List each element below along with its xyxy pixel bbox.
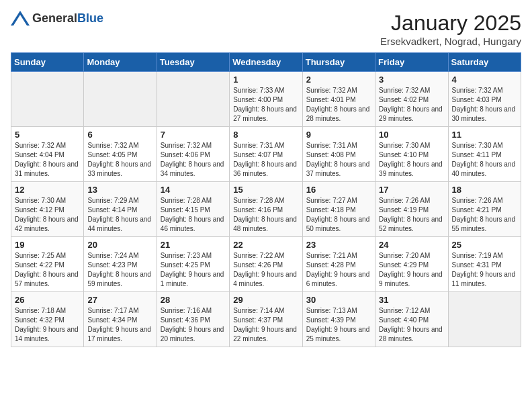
sunrise-text: Sunrise: 7:27 AM <box>306 197 357 204</box>
daylight-text: Daylight: 9 hours and 22 minutes. <box>233 326 297 342</box>
daylight-text: Daylight: 8 hours and 29 minutes. <box>379 105 443 122</box>
day-info: Sunrise: 7:22 AM Sunset: 4:26 PM Dayligh… <box>233 251 298 289</box>
sunrise-text: Sunrise: 7:16 AM <box>161 307 212 314</box>
daylight-text: Daylight: 9 hours and 25 minutes. <box>306 326 370 342</box>
daylight-text: Daylight: 8 hours and 50 minutes. <box>306 216 370 232</box>
calendar-cell: 11 Sunrise: 7:30 AM Sunset: 4:11 PM Dayl… <box>448 127 521 182</box>
calendar-cell: 25 Sunrise: 7:19 AM Sunset: 4:31 PM Dayl… <box>448 237 521 292</box>
calendar-cell: 14 Sunrise: 7:28 AM Sunset: 4:15 PM Dayl… <box>157 182 229 237</box>
daylight-text: Daylight: 9 hours and 1 minute. <box>161 271 224 287</box>
day-number: 20 <box>87 240 152 250</box>
sunrise-text: Sunrise: 7:32 AM <box>161 142 212 149</box>
sunset-text: Sunset: 4:28 PM <box>306 261 356 269</box>
calendar-cell <box>157 72 229 127</box>
day-info: Sunrise: 7:13 AM Sunset: 4:39 PM Dayligh… <box>306 306 371 344</box>
day-number: 6 <box>87 130 152 140</box>
weekday-header-row: SundayMondayTuesdayWednesdayThursdayFrid… <box>11 53 521 72</box>
weekday-header-monday: Monday <box>84 53 157 72</box>
calendar-cell: 26 Sunrise: 7:18 AM Sunset: 4:32 PM Dayl… <box>11 292 84 347</box>
sunset-text: Sunset: 4:04 PM <box>15 151 64 158</box>
sunset-text: Sunset: 4:15 PM <box>161 206 210 214</box>
sunset-text: Sunset: 4:34 PM <box>87 316 137 324</box>
calendar-cell: 8 Sunrise: 7:31 AM Sunset: 4:07 PM Dayli… <box>230 127 302 182</box>
sunset-text: Sunset: 4:10 PM <box>379 151 429 158</box>
calendar-week-row: 1 Sunrise: 7:33 AM Sunset: 4:00 PM Dayli… <box>11 72 521 127</box>
daylight-text: Daylight: 8 hours and 52 minutes. <box>379 216 443 232</box>
day-number: 22 <box>233 240 298 250</box>
day-number: 14 <box>161 185 226 195</box>
calendar-cell: 12 Sunrise: 7:30 AM Sunset: 4:12 PM Dayl… <box>11 182 84 237</box>
sunrise-text: Sunrise: 7:30 AM <box>15 197 66 204</box>
day-info: Sunrise: 7:32 AM Sunset: 4:02 PM Dayligh… <box>379 86 444 124</box>
sunset-text: Sunset: 4:16 PM <box>233 206 283 214</box>
weekday-header-thursday: Thursday <box>302 53 375 72</box>
day-info: Sunrise: 7:14 AM Sunset: 4:37 PM Dayligh… <box>233 306 298 344</box>
sunrise-text: Sunrise: 7:19 AM <box>452 252 503 259</box>
calendar-cell: 24 Sunrise: 7:20 AM Sunset: 4:29 PM Dayl… <box>375 237 448 292</box>
daylight-text: Daylight: 9 hours and 4 minutes. <box>233 271 297 287</box>
day-info: Sunrise: 7:32 AM Sunset: 4:03 PM Dayligh… <box>452 86 517 124</box>
calendar-cell: 6 Sunrise: 7:32 AM Sunset: 4:05 PM Dayli… <box>84 127 157 182</box>
sunset-text: Sunset: 4:21 PM <box>452 206 502 214</box>
day-info: Sunrise: 7:18 AM Sunset: 4:32 PM Dayligh… <box>15 306 80 344</box>
day-number: 7 <box>161 130 226 140</box>
calendar-cell: 15 Sunrise: 7:28 AM Sunset: 4:16 PM Dayl… <box>230 182 302 237</box>
sunset-text: Sunset: 4:32 PM <box>15 316 64 324</box>
sunrise-text: Sunrise: 7:32 AM <box>87 142 138 149</box>
daylight-text: Daylight: 8 hours and 57 minutes. <box>15 271 79 287</box>
calendar-cell <box>84 72 157 127</box>
day-number: 8 <box>233 130 298 140</box>
sunset-text: Sunset: 4:37 PM <box>233 316 283 324</box>
title-block: January 2025 Ersekvadkert, Nograd, Hunga… <box>380 11 521 47</box>
sunrise-text: Sunrise: 7:33 AM <box>233 87 284 94</box>
day-number: 13 <box>87 185 152 195</box>
calendar-week-row: 5 Sunrise: 7:32 AM Sunset: 4:04 PM Dayli… <box>11 127 521 182</box>
sunrise-text: Sunrise: 7:31 AM <box>233 142 284 149</box>
sunrise-text: Sunrise: 7:20 AM <box>379 252 430 259</box>
day-number: 21 <box>161 240 226 250</box>
day-info: Sunrise: 7:25 AM Sunset: 4:22 PM Dayligh… <box>15 251 80 289</box>
daylight-text: Daylight: 8 hours and 37 minutes. <box>306 161 370 177</box>
page-header: GeneralBlue January 2025 Ersekvadkert, N… <box>11 11 521 47</box>
day-info: Sunrise: 7:19 AM Sunset: 4:31 PM Dayligh… <box>452 251 517 289</box>
day-info: Sunrise: 7:16 AM Sunset: 4:36 PM Dayligh… <box>161 306 226 344</box>
daylight-text: Daylight: 8 hours and 39 minutes. <box>379 161 443 177</box>
day-number: 31 <box>379 295 444 305</box>
day-number: 4 <box>452 75 517 85</box>
day-number: 9 <box>306 130 371 140</box>
calendar-cell: 19 Sunrise: 7:25 AM Sunset: 4:22 PM Dayl… <box>11 237 84 292</box>
day-number: 17 <box>379 185 444 195</box>
daylight-text: Daylight: 9 hours and 9 minutes. <box>379 271 443 287</box>
day-number: 18 <box>452 185 517 195</box>
logo-text-blue: Blue <box>77 11 103 25</box>
day-info: Sunrise: 7:17 AM Sunset: 4:34 PM Dayligh… <box>87 306 152 344</box>
sunrise-text: Sunrise: 7:32 AM <box>379 87 430 94</box>
calendar-cell: 23 Sunrise: 7:21 AM Sunset: 4:28 PM Dayl… <box>302 237 375 292</box>
day-info: Sunrise: 7:29 AM Sunset: 4:14 PM Dayligh… <box>87 196 152 234</box>
sunrise-text: Sunrise: 7:30 AM <box>379 142 430 149</box>
day-number: 15 <box>233 185 298 195</box>
day-info: Sunrise: 7:33 AM Sunset: 4:00 PM Dayligh… <box>233 86 298 124</box>
sunset-text: Sunset: 4:11 PM <box>452 151 502 158</box>
sunset-text: Sunset: 4:19 PM <box>379 206 429 214</box>
calendar-cell: 10 Sunrise: 7:30 AM Sunset: 4:10 PM Dayl… <box>375 127 448 182</box>
calendar-cell: 7 Sunrise: 7:32 AM Sunset: 4:06 PM Dayli… <box>157 127 229 182</box>
sunrise-text: Sunrise: 7:26 AM <box>379 197 430 204</box>
day-info: Sunrise: 7:28 AM Sunset: 4:15 PM Dayligh… <box>161 196 226 234</box>
calendar-cell: 17 Sunrise: 7:26 AM Sunset: 4:19 PM Dayl… <box>375 182 448 237</box>
day-number: 10 <box>379 130 444 140</box>
daylight-text: Daylight: 8 hours and 36 minutes. <box>233 161 297 177</box>
day-number: 1 <box>233 75 298 85</box>
daylight-text: Daylight: 9 hours and 20 minutes. <box>161 326 224 342</box>
daylight-text: Daylight: 9 hours and 28 minutes. <box>379 326 443 342</box>
daylight-text: Daylight: 8 hours and 27 minutes. <box>233 105 297 122</box>
day-number: 2 <box>306 75 371 85</box>
logo: GeneralBlue <box>11 11 103 26</box>
calendar-cell: 18 Sunrise: 7:26 AM Sunset: 4:21 PM Dayl… <box>448 182 521 237</box>
sunset-text: Sunset: 4:03 PM <box>452 96 502 103</box>
calendar-week-row: 19 Sunrise: 7:25 AM Sunset: 4:22 PM Dayl… <box>11 237 521 292</box>
day-number: 12 <box>15 185 80 195</box>
day-info: Sunrise: 7:21 AM Sunset: 4:28 PM Dayligh… <box>306 251 371 289</box>
weekday-header-tuesday: Tuesday <box>157 53 229 72</box>
day-number: 16 <box>306 185 371 195</box>
